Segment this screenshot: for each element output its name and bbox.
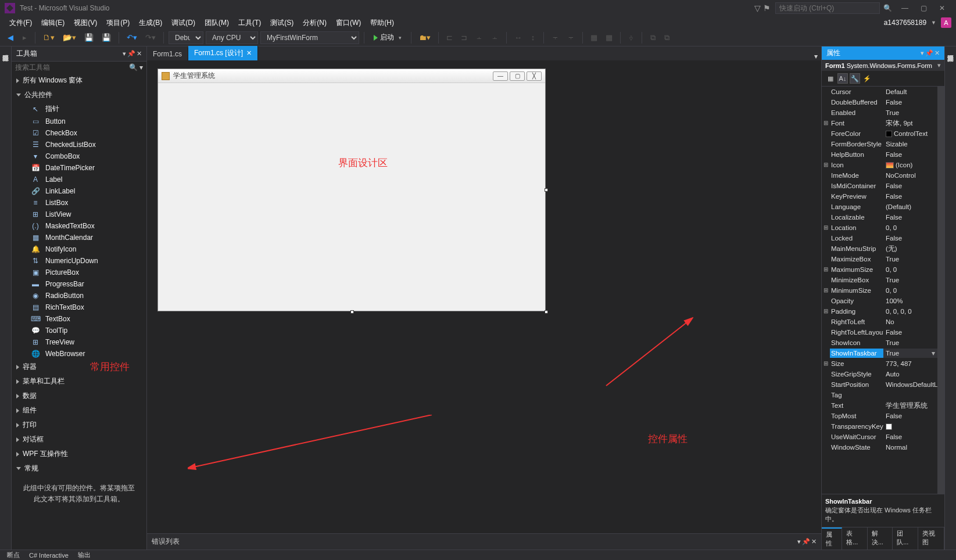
toolbox-pin-icon[interactable]: 📌 bbox=[127, 50, 135, 58]
toolbox-item[interactable]: (.)MaskedTextBox bbox=[12, 220, 146, 232]
property-row[interactable]: ⊞MaximumSize0, 0 bbox=[822, 264, 937, 275]
panel-pin-icon[interactable]: 📌 bbox=[802, 538, 810, 545]
menu-tools[interactable]: 工具(T) bbox=[234, 17, 266, 29]
form-max-button[interactable]: ▢ bbox=[510, 71, 525, 81]
menu-help[interactable]: 帮助(H) bbox=[366, 17, 399, 29]
property-row[interactable]: Tag bbox=[822, 390, 937, 400]
events-button[interactable]: ⚡ bbox=[862, 73, 872, 84]
panel-options-icon[interactable]: ▾ bbox=[797, 538, 801, 545]
property-row[interactable]: RightToLeftNo bbox=[822, 317, 937, 327]
toolbox-item[interactable]: ⇅NumericUpDown bbox=[12, 255, 146, 267]
toolbox-close-icon[interactable]: ✕ bbox=[137, 50, 142, 58]
config-dropdown[interactable]: Debug bbox=[169, 31, 203, 44]
close-icon[interactable]: ✕ bbox=[246, 49, 252, 57]
toolbox-item[interactable]: ▭Button bbox=[12, 116, 146, 127]
avatar[interactable]: A bbox=[941, 17, 951, 28]
minimize-button[interactable]: — bbox=[896, 1, 914, 15]
menu-window[interactable]: 窗口(W) bbox=[331, 17, 366, 29]
toolbox-item[interactable]: ≡ListBox bbox=[12, 197, 146, 209]
properties-grid[interactable]: CursorDefaultDoubleBufferedFalseEnabledT… bbox=[822, 87, 937, 494]
property-row[interactable]: MaximizeBoxTrue bbox=[822, 254, 937, 264]
property-row[interactable]: WindowStateNormal bbox=[822, 442, 937, 453]
property-row[interactable]: FormBorderStyleSizable bbox=[822, 139, 937, 149]
property-row[interactable]: HelpButtonFalse bbox=[822, 149, 937, 160]
toolbox-item[interactable]: ▾ComboBox bbox=[12, 150, 146, 162]
props-pin-icon[interactable]: 📌 bbox=[925, 49, 933, 57]
property-row[interactable]: Language(Default) bbox=[822, 202, 937, 212]
toolbox-item[interactable]: ▤RichTextBox bbox=[12, 301, 146, 313]
toolbox-category[interactable]: 打印 bbox=[12, 418, 146, 432]
toolbox-item[interactable]: ⌨TextBox bbox=[12, 313, 146, 325]
nav-fwd-button[interactable]: ▸ bbox=[19, 31, 30, 44]
menu-build[interactable]: 生成(B) bbox=[134, 17, 167, 29]
property-row[interactable]: ⊞Icon(Icon) bbox=[822, 160, 937, 170]
property-row[interactable]: ⊞Padding0, 0, 0, 0 bbox=[822, 306, 937, 317]
props-close-icon[interactable]: ✕ bbox=[934, 49, 940, 57]
property-row[interactable]: ⊞Font宋体, 9pt bbox=[822, 118, 937, 128]
property-row[interactable]: SizeGripStyleAuto bbox=[822, 369, 937, 379]
error-list-panel[interactable]: 错误列表 ▾📌✕ bbox=[147, 533, 821, 550]
scrollbar[interactable] bbox=[937, 87, 944, 494]
toolbox-category[interactable]: WPF 互操作性 bbox=[12, 447, 146, 461]
tab-overflow-button[interactable]: ▾ bbox=[811, 52, 821, 60]
browser-button[interactable]: 🖿▾ bbox=[416, 31, 434, 44]
toolbox-item[interactable]: ▦MonthCalendar bbox=[12, 232, 146, 243]
toolbox-category[interactable]: 常规 bbox=[12, 461, 146, 476]
menu-file[interactable]: 文件(F) bbox=[5, 17, 37, 29]
panel-close-icon[interactable]: ✕ bbox=[811, 538, 817, 545]
platform-dropdown[interactable]: Any CPU bbox=[206, 31, 258, 44]
alphabetical-button[interactable]: A↓ bbox=[837, 73, 848, 84]
toolbox-item[interactable]: 🌐WebBrowser bbox=[12, 348, 146, 360]
property-row[interactable]: CursorDefault bbox=[822, 87, 937, 97]
property-row[interactable]: KeyPreviewFalse bbox=[822, 191, 937, 202]
toolbox-item[interactable]: ☑CheckBox bbox=[12, 127, 146, 139]
toolbox-item[interactable]: ⊞ListView bbox=[12, 209, 146, 220]
property-row[interactable]: ShowInTaskbarTrue▾ bbox=[822, 348, 937, 358]
menu-debug[interactable]: 调试(D) bbox=[167, 17, 200, 29]
toolbox-category[interactable]: 公共控件 bbox=[12, 88, 146, 102]
btm-tab-props[interactable]: 属性 bbox=[822, 527, 842, 550]
save-button[interactable]: 💾 bbox=[81, 31, 96, 44]
property-row[interactable]: RightToLeftLayoutFalse bbox=[822, 327, 937, 338]
btm-tab-team[interactable]: 团队... bbox=[893, 527, 918, 550]
property-row[interactable]: EnabledTrue bbox=[822, 107, 937, 118]
property-row[interactable]: ⊞MinimumSize0, 0 bbox=[822, 285, 937, 296]
designer-area[interactable]: 学生管理系统 — ▢ ╳ 界面设计区 bbox=[147, 60, 821, 533]
toolbox-item[interactable]: ☰CheckedListBox bbox=[12, 139, 146, 150]
toolbox-search-input[interactable] bbox=[15, 63, 129, 71]
categorized-button[interactable]: ▦ bbox=[825, 73, 836, 84]
toolbox-item[interactable]: 💬ToolTip bbox=[12, 325, 146, 336]
menu-view[interactable]: 视图(V) bbox=[69, 17, 102, 29]
property-row[interactable]: Text学生管理系统 bbox=[822, 400, 937, 411]
flag-icon[interactable]: ▽ bbox=[754, 3, 761, 13]
form-min-button[interactable]: — bbox=[493, 71, 508, 81]
toolbox-category[interactable]: 数据 bbox=[12, 389, 146, 403]
toolbox-item[interactable]: 🔗LinkLabel bbox=[12, 185, 146, 197]
tab-form-cs[interactable]: Form1.cs bbox=[147, 48, 188, 60]
redo-button[interactable]: ↷▾ bbox=[142, 31, 159, 44]
property-row[interactable]: DoubleBufferedFalse bbox=[822, 97, 937, 107]
property-row[interactable]: TopMostFalse bbox=[822, 411, 937, 421]
property-row[interactable]: MinimizeBoxTrue bbox=[822, 275, 937, 285]
close-button[interactable]: ✕ bbox=[933, 1, 951, 15]
menu-project[interactable]: 项目(P) bbox=[102, 17, 134, 29]
property-row[interactable]: ⊞Size773, 487 bbox=[822, 358, 937, 369]
status-interactive[interactable]: C# Interactive bbox=[29, 552, 69, 559]
tab-form-design[interactable]: Form1.cs [设计]✕ bbox=[188, 46, 258, 60]
side-channel-left[interactable]: 服务器资源管理器 bbox=[0, 46, 12, 550]
start-debug-button[interactable]: 启动▾ bbox=[369, 31, 406, 44]
toolbox-item[interactable]: 🔔NotifyIcon bbox=[12, 243, 146, 255]
menu-test[interactable]: 测试(S) bbox=[266, 17, 298, 29]
notification-icon[interactable]: ⚑ bbox=[763, 3, 771, 13]
props-options-icon[interactable]: ▾ bbox=[921, 49, 924, 57]
toolbox-category[interactable]: 对话框 bbox=[12, 432, 146, 447]
properties-button[interactable]: 🔧 bbox=[850, 73, 860, 84]
side-channel-right[interactable]: 解决方案资源管理器 bbox=[944, 46, 956, 550]
btm-tab-class[interactable]: 类视图 bbox=[918, 527, 944, 550]
toolbox-category[interactable]: 容器 bbox=[12, 360, 146, 374]
toolbox-category[interactable]: 菜单和工具栏 bbox=[12, 374, 146, 389]
toolbox-category[interactable]: 所有 Windows 窗体 bbox=[12, 73, 146, 88]
property-row[interactable]: LockedFalse bbox=[822, 233, 937, 243]
toolbox-item[interactable]: ⊞TreeView bbox=[12, 336, 146, 348]
project-dropdown[interactable]: MyFirstWinForm bbox=[260, 31, 359, 44]
